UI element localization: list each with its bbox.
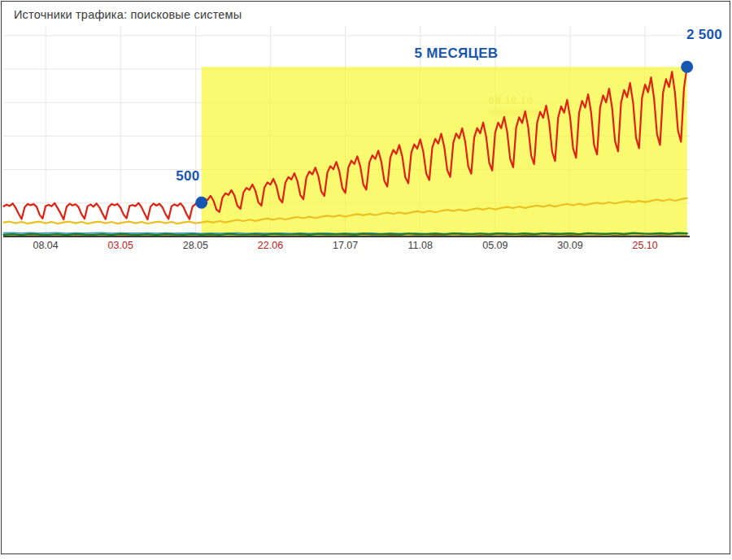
x-tick-label: 08.04 [21, 240, 70, 251]
x-tick-label: 05.09 [471, 240, 520, 251]
annotation-start-value: 500 [167, 168, 209, 184]
annotation-end-value: 2 500 [678, 27, 730, 43]
x-tick-label: 25.10 [621, 240, 669, 251]
x-tick-label: 17.07 [321, 240, 370, 251]
x-tick-label: 11.08 [396, 240, 445, 251]
traffic-chart: 08.10.10 500 5 МЕСЯЦЕВ 2 500 08.0403.052… [0, 0, 732, 268]
chart-canvas [0, 0, 732, 268]
annotation-range-label: 5 МЕСЯЦЕВ [403, 46, 509, 62]
x-tick-label: 22.06 [246, 240, 294, 251]
x-tick-label: 03.05 [96, 240, 145, 251]
x-tick-label: 28.05 [171, 240, 220, 251]
screenshot-root: { "chart_data": { "type": "line", "title… [0, 0, 732, 560]
x-tick-label: 30.09 [546, 240, 595, 251]
chart-title: Источники трафика: поисковые системы [14, 8, 242, 21]
marker-start-dot [195, 197, 207, 209]
marker-end-dot [681, 61, 693, 73]
